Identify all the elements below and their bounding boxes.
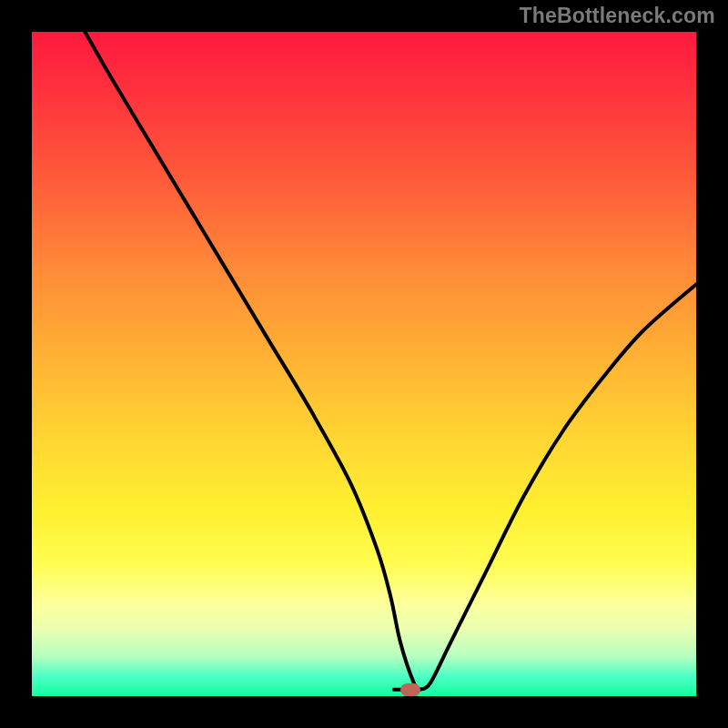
- chart-frame: TheBottleneck.com: [0, 0, 728, 728]
- bottleneck-curve: [32, 32, 696, 696]
- optimum-marker: [400, 683, 420, 696]
- watermark-text: TheBottleneck.com: [519, 4, 715, 28]
- plot-area: [32, 32, 696, 696]
